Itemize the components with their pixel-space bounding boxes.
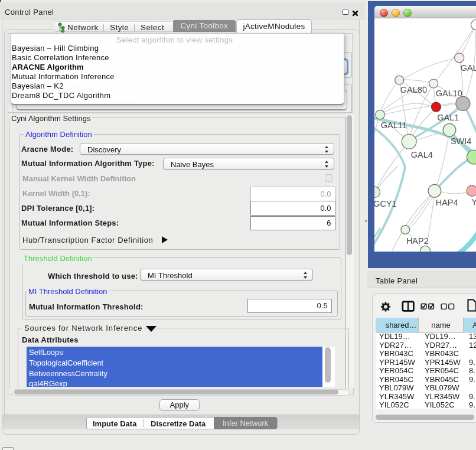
svg-text:GAL4: GAL4 (411, 149, 433, 159)
svg-text:HAP2: HAP2 (406, 236, 429, 245)
svg-text:GAL11: GAL11 (381, 120, 407, 129)
svg-text:SWI4: SWI4 (451, 136, 471, 146)
svg-text:GAL1: GAL1 (437, 112, 459, 122)
svg-text:HAP4: HAP4 (436, 198, 458, 207)
svg-text:GAL10: GAL10 (436, 88, 462, 97)
svg-text:GAL7: GAL7 (461, 63, 476, 72)
svg-text:GAL80: GAL80 (400, 85, 427, 94)
svg-text:GCY1: GCY1 (374, 199, 397, 208)
svg-text:Y: Y (471, 197, 476, 207)
